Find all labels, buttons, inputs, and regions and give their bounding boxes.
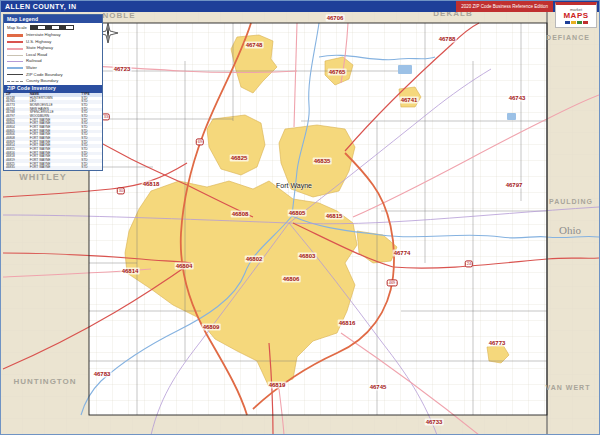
legend-title: Map Legend — [4, 15, 102, 23]
legend-swatch — [7, 61, 23, 62]
map-scale: Map Scale — [4, 23, 102, 32]
legend-item-label: State Highway — [26, 46, 53, 51]
logo-color-bars — [565, 21, 588, 24]
legend-swatch — [7, 48, 23, 50]
legend-swatch — [7, 55, 23, 56]
legend-swatch — [7, 34, 23, 37]
zip-index-table: ZIPNAMETYPE 46748HUNTERTOWNSTD46765LEOST… — [4, 93, 102, 170]
legend-item: Railroad — [4, 58, 102, 65]
legend-item: State Highway — [4, 45, 102, 52]
publisher-logo: market MAPS — [555, 2, 597, 28]
legend-item: ZIP Code Boundary — [4, 72, 102, 79]
zip-index-cell: 46835 — [4, 166, 28, 170]
legend-item-label: Interstate Highway — [26, 33, 61, 38]
map-sheet: 4670646748467884672346765467414674346825… — [0, 0, 600, 435]
map-scale-label: Map Scale — [7, 25, 27, 30]
legend-item-label: County Boundary — [26, 79, 58, 84]
legend-items: Interstate HighwayU.S. HighwayState High… — [4, 32, 102, 85]
zip-index-cell: STD — [79, 166, 102, 170]
legend-item: Local Road — [4, 52, 102, 59]
legend-swatch — [7, 67, 23, 69]
legend-swatch — [7, 74, 23, 75]
legend-item-label: Water — [26, 66, 37, 71]
legend-item-label: Local Road — [26, 53, 47, 58]
legend-item: Water — [4, 65, 102, 72]
page-title: ALLEN COUNTY, IN — [1, 3, 76, 10]
zip-index-cell: FORT WAYNE — [28, 166, 80, 170]
legend-item: Interstate Highway — [4, 32, 102, 39]
legend-item-label: ZIP Code Boundary — [26, 73, 63, 78]
map-scale-bar — [30, 25, 74, 30]
legend-item-label: U.S. Highway — [26, 40, 51, 45]
zip-index-row: 46835FORT WAYNESTD — [4, 166, 102, 170]
legend-item: U.S. Highway — [4, 39, 102, 46]
logo-text-main: MAPS — [563, 12, 588, 20]
legend-item: County Boundary — [4, 78, 102, 85]
legend-box: Map Legend Map Scale Interstate HighwayU… — [3, 14, 103, 171]
legend-item-label: Railroad — [26, 59, 42, 64]
legend-swatch — [7, 81, 23, 82]
legend-swatch — [7, 41, 23, 43]
edition-label: 2020 ZIP Code Business Reference Edition — [456, 1, 553, 12]
